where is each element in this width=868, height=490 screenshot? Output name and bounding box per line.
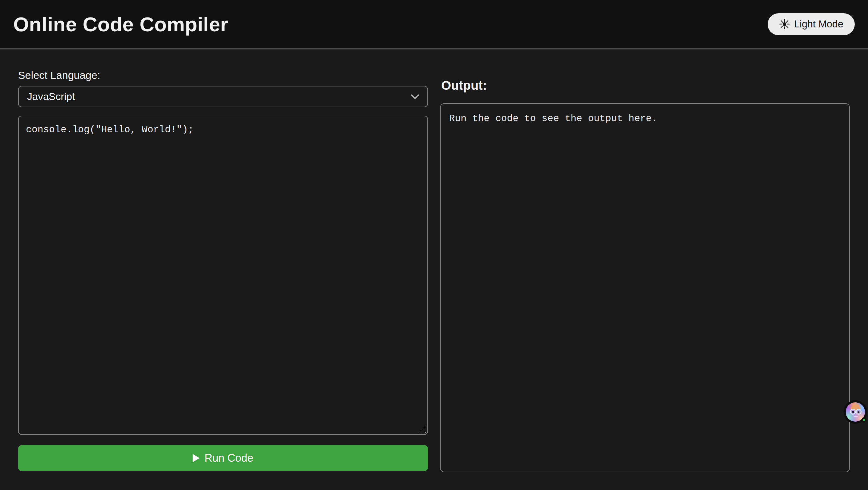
chevron-down-icon — [410, 94, 420, 99]
output-heading: Output: — [441, 78, 850, 93]
code-editor[interactable]: console.log("Hello, World!"); — [18, 116, 428, 435]
play-icon — [193, 454, 199, 462]
profile-avatar-widget[interactable] — [844, 400, 867, 424]
theme-toggle-button[interactable]: Light Mode — [768, 13, 855, 35]
language-select-value: JavaScript — [27, 91, 75, 102]
code-editor-container: console.log("Hello, World!"); — [18, 116, 428, 435]
main-content: Select Language: JavaScript console.log(… — [0, 50, 868, 472]
editor-panel: Select Language: JavaScript console.log(… — [18, 69, 428, 472]
output-box: Run the code to see the output here. — [440, 103, 850, 472]
output-panel: Output: Run the code to see the output h… — [440, 69, 850, 472]
language-label: Select Language: — [18, 69, 428, 82]
sun-icon — [779, 19, 790, 30]
header: Online Code Compiler Light Mode — [0, 0, 868, 50]
run-code-label: Run Code — [204, 452, 253, 464]
page-title: Online Code Compiler — [13, 13, 228, 36]
online-status-dot — [861, 417, 867, 423]
run-code-button[interactable]: Run Code — [18, 445, 428, 471]
language-select[interactable]: JavaScript — [18, 86, 428, 107]
theme-toggle-label: Light Mode — [794, 19, 843, 30]
